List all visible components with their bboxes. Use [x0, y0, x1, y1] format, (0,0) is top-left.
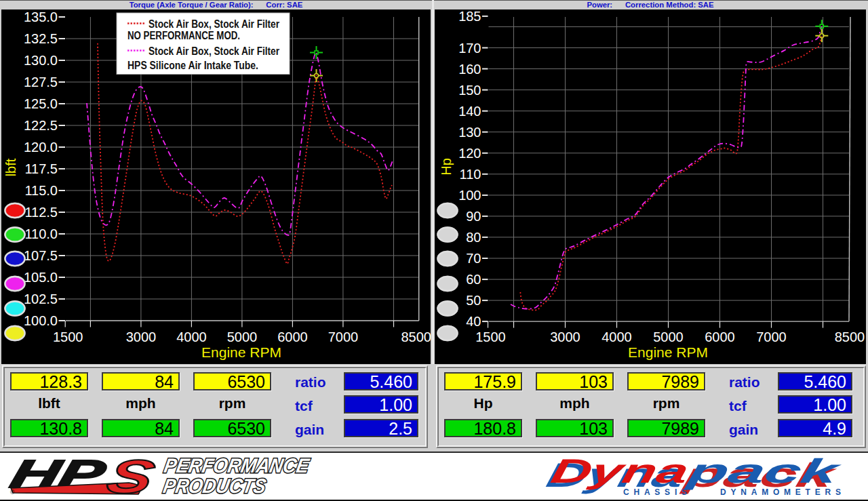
svg-text:NO PERFORMANCE MOD.: NO PERFORMANCE MOD. [127, 30, 240, 41]
svg-text:5000: 5000 [653, 329, 684, 344]
svg-text:117.5: 117.5 [24, 161, 58, 176]
svg-text:6000: 6000 [277, 329, 308, 344]
svg-text:120: 120 [458, 146, 481, 161]
svg-text:100: 100 [458, 188, 481, 203]
svg-text:122.5: 122.5 [24, 118, 58, 133]
svg-text:140: 140 [458, 104, 481, 119]
svg-text:HPS Silicone Air Intake Tube.: HPS Silicone Air Intake Tube. [127, 60, 258, 71]
svg-text:Engine RPM: Engine RPM [628, 344, 708, 360]
svg-text:8500: 8500 [835, 329, 865, 344]
svg-text:7000: 7000 [756, 329, 787, 344]
svg-text:60: 60 [466, 272, 481, 287]
svg-text:110.0: 110.0 [24, 226, 58, 241]
svg-text:50: 50 [466, 293, 481, 308]
svg-text:102.5: 102.5 [24, 292, 58, 306]
svg-text:80: 80 [466, 230, 481, 245]
svg-text:160: 160 [458, 62, 481, 77]
svg-text:3000: 3000 [550, 329, 580, 344]
svg-text:PRODUCTS: PRODUCTS [161, 475, 268, 497]
svg-text:132.5: 132.5 [24, 31, 58, 46]
svg-text:110: 110 [460, 167, 481, 182]
svg-text:120.0: 120.0 [24, 140, 58, 155]
svg-text:lbft: lbft [3, 158, 18, 176]
svg-text:8500: 8500 [401, 329, 431, 344]
svg-text:S: S [102, 452, 160, 500]
svg-text:6000: 6000 [705, 329, 735, 344]
svg-text:150: 150 [458, 83, 481, 98]
svg-text:105.0: 105.0 [24, 270, 58, 285]
svg-text:4000: 4000 [601, 329, 632, 344]
svg-text:115.0: 115.0 [24, 183, 58, 198]
svg-text:90: 90 [466, 209, 481, 224]
svg-text:40: 40 [466, 314, 481, 329]
svg-text:®: ® [10, 489, 15, 496]
svg-text:Stock Air Box, Stock Air Filte: Stock Air Box, Stock Air Filter [149, 45, 279, 57]
svg-text:185: 185 [458, 9, 481, 24]
svg-text:170: 170 [458, 41, 481, 56]
svg-text:112.5: 112.5 [24, 205, 58, 220]
svg-text:Dyna: Dyna [548, 452, 692, 490]
svg-text:70: 70 [466, 251, 481, 266]
svg-text:100.0: 100.0 [24, 313, 58, 328]
svg-text:135.0: 135.0 [24, 9, 58, 24]
svg-text:PERFORMANCE: PERFORMANCE [162, 454, 311, 477]
svg-text:125.0: 125.0 [24, 96, 58, 111]
svg-text:pack: pack [683, 452, 845, 490]
svg-text:3000: 3000 [126, 329, 157, 344]
svg-text:5000: 5000 [227, 329, 258, 344]
svg-text:1500: 1500 [53, 329, 83, 344]
svg-text:107.5: 107.5 [24, 248, 58, 263]
svg-text:Engine RPM: Engine RPM [201, 344, 281, 360]
svg-text:127.5: 127.5 [24, 75, 58, 89]
svg-text:1500: 1500 [475, 329, 506, 344]
svg-text:130: 130 [458, 125, 481, 140]
svg-text:Hp: Hp [439, 158, 454, 176]
svg-text:130.0: 130.0 [24, 53, 58, 68]
svg-text:7000: 7000 [328, 329, 359, 344]
svg-text:4000: 4000 [176, 329, 207, 344]
svg-text:Stock Air Box, Stock Air Filte: Stock Air Box, Stock Air Filter [149, 18, 279, 30]
